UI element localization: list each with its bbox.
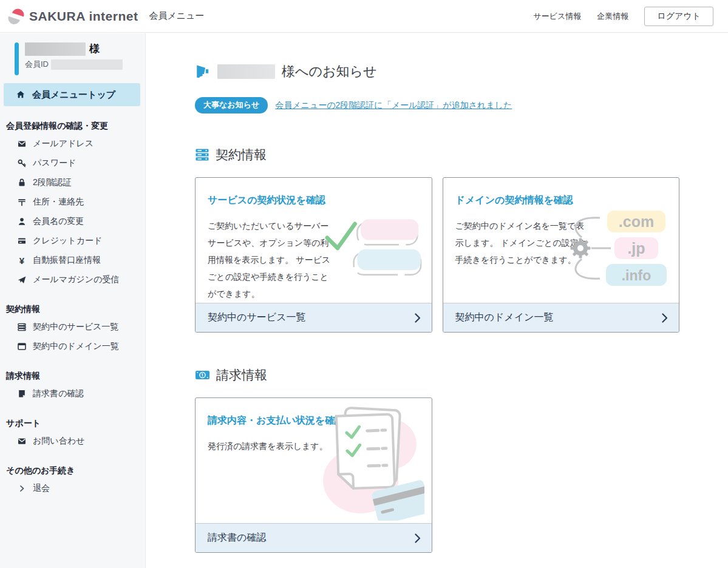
card-title: サービスの契約状況を確認 [208, 194, 420, 207]
checklist-pills-illustration [325, 214, 423, 280]
browser-window-icon [17, 342, 27, 351]
billing-section-title: 請求情報 [216, 367, 267, 384]
chevron-right-icon [415, 533, 421, 543]
user-block: 様 会員ID [15, 42, 145, 70]
app-title: 会員メニュー [149, 10, 204, 22]
invoice-creditcard-illustration [312, 404, 424, 521]
important-notice-badge: 大事なお知らせ [195, 97, 268, 113]
card-body-text: ご契約いただいているサーバーサービスや、オプション等の利用情報を表示します。 サ… [208, 217, 336, 302]
domain-label-com: .com [619, 213, 654, 230]
sidebar-item-label: 自動振替口座情報 [33, 255, 101, 266]
gear-domains-illustration: .com .jp .info [563, 207, 673, 289]
credit-card-icon [17, 236, 27, 246]
yen-icon: ¥ [17, 255, 27, 266]
server-stack-icon [17, 322, 27, 332]
sidebar-item-label: メールマガジンの受信 [33, 274, 119, 285]
sidebar-item-service-list[interactable]: 契約中のサービス一覧 [0, 317, 145, 337]
footer-label: 契約中のサービス一覧 [208, 311, 306, 324]
sidebar-item-label: 会員名の変更 [33, 216, 84, 227]
mail-icon [17, 436, 27, 446]
sidebar-item-two-factor[interactable]: 2段階認証 [0, 173, 145, 192]
sidebar-item-label: 2段階認証 [33, 177, 72, 188]
domain-label-jp: .jp [627, 240, 645, 257]
sidebar-item-label: 会員メニュートップ [32, 89, 115, 101]
notice-link[interactable]: 会員メニューの2段階認証に「メール認証」が追加されました [275, 100, 512, 111]
sidebar-item-password[interactable]: パスワード [0, 154, 145, 173]
sidebar-item-invoice[interactable]: 請求書の確認 [0, 384, 145, 404]
contract-section-title: 契約情報 [216, 146, 267, 163]
logo-text: SAKURA internet [29, 9, 138, 24]
footer-label: 契約中のドメイン一覧 [455, 311, 554, 324]
sidebar-item-domain-list[interactable]: 契約中のドメイン一覧 [0, 337, 145, 356]
member-id-label: 会員ID [25, 59, 49, 70]
sidebar-item-mail-magazine[interactable]: メールマガジンの受信 [0, 270, 145, 289]
sidebar-item-label: 住所・連絡先 [33, 197, 84, 208]
notice-heading-text: 様へのお知らせ [282, 63, 377, 81]
service-contract-card: サービスの契約状況を確認 ご契約いただいているサーバーサービスや、オプション等の… [195, 177, 432, 333]
key-icon [17, 158, 27, 168]
sidebar-item-label: 契約中のドメイン一覧 [33, 341, 119, 352]
footer-label: 請求書の確認 [208, 532, 266, 544]
sidebar-item-member-menu-top[interactable]: 会員メニュートップ [4, 83, 140, 106]
sidebar-item-label: 契約中のサービス一覧 [33, 322, 118, 333]
lock-icon [17, 178, 27, 188]
sidebar-item-label: お問い合わせ [33, 436, 84, 447]
notice-row: 大事なお知らせ 会員メニューの2段階認証に「メール認証」が追加されました [195, 97, 679, 113]
server-stack-icon [195, 147, 209, 162]
sidebar-item-withdrawal[interactable]: 退会 [0, 479, 145, 498]
invoice-check-button[interactable]: 請求書の確認 [196, 523, 432, 552]
card-title: ドメインの契約情報を確認 [455, 194, 667, 207]
logout-button[interactable]: ログアウト [644, 7, 713, 26]
sidebar-section-account: 会員登録情報の確認・変更 [6, 121, 145, 132]
contract-section-heading: 契約情報 [195, 146, 679, 163]
sidebar-section-support: サポート [6, 418, 145, 429]
user-name-suffix: 様 [89, 42, 100, 56]
sidebar-item-label: クレジットカード [33, 235, 102, 246]
sidebar-section-billing: 請求情報 [6, 371, 145, 382]
banknote-icon [195, 368, 210, 382]
sidebar-item-bank-transfer[interactable]: ¥ 自動振替口座情報 [0, 251, 145, 270]
billing-cards-row: 請求内容・お支払い状況を確認 発行済の請求書を表示します。 [195, 397, 679, 553]
sakura-logo-icon [7, 8, 24, 25]
chevron-right-icon [17, 484, 27, 493]
invoice-icon [17, 389, 27, 399]
sidebar-section-other: その他のお手続き [6, 465, 145, 476]
sidebar-item-label: メールアドレス [33, 138, 94, 149]
sidebar-item-member-name[interactable]: 会員名の変更 [0, 212, 145, 231]
domain-contract-card: ドメインの契約情報を確認 ご契約中のドメイン名を一覧で表示します。 ドメインごと… [443, 177, 680, 333]
member-id-redacted [51, 59, 123, 70]
nav-service-info[interactable]: サービス情報 [533, 11, 581, 22]
paper-plane-icon [17, 275, 27, 285]
sidebar-item-label: 請求書の確認 [33, 388, 84, 399]
notice-heading: 様へのお知らせ [195, 63, 679, 81]
user-accent-bar [15, 42, 19, 75]
sidebar-section-contract: 契約情報 [6, 304, 145, 315]
sidebar-item-mail-address[interactable]: メールアドレス [0, 134, 145, 154]
billing-card: 請求内容・お支払い状況を確認 発行済の請求書を表示します。 [195, 397, 432, 553]
contract-cards-row: サービスの契約状況を確認 ご契約いただいているサーバーサービスや、オプション等の… [195, 177, 679, 333]
postal-mark-icon [17, 197, 27, 207]
sakura-logo[interactable]: SAKURA internet [7, 8, 138, 25]
chevron-right-icon [415, 313, 421, 323]
service-list-button[interactable]: 契約中のサービス一覧 [196, 303, 432, 332]
domain-list-button[interactable]: 契約中のドメイン一覧 [443, 303, 679, 332]
nav-corporate-info[interactable]: 企業情報 [597, 11, 628, 22]
sidebar-item-credit-card[interactable]: クレジットカード [0, 231, 145, 251]
domain-label-info: .info [622, 268, 651, 283]
sidebar-item-contact[interactable]: お問い合わせ [0, 431, 145, 451]
megaphone-icon [195, 64, 211, 79]
sidebar: 様 会員ID 会員メニュートップ 会員登録情報の確認・変更 メールアドレス パス… [0, 33, 146, 568]
sidebar-item-label: パスワード [33, 158, 76, 169]
person-icon [17, 217, 27, 226]
notice-user-name-redacted [217, 64, 275, 79]
sidebar-item-address[interactable]: 住所・連絡先 [0, 192, 145, 212]
sidebar-item-label: 退会 [33, 483, 50, 494]
chevron-right-icon [662, 313, 668, 323]
billing-section-heading: 請求情報 [195, 367, 679, 384]
top-header: SAKURA internet 会員メニュー サービス情報 企業情報 ログアウト [0, 0, 728, 33]
user-name-redacted [25, 42, 86, 56]
mail-icon [17, 139, 27, 149]
main-content: 様へのお知らせ 大事なお知らせ 会員メニューの2段階認証に「メール認証」が追加さ… [146, 33, 728, 568]
home-icon [16, 90, 26, 100]
